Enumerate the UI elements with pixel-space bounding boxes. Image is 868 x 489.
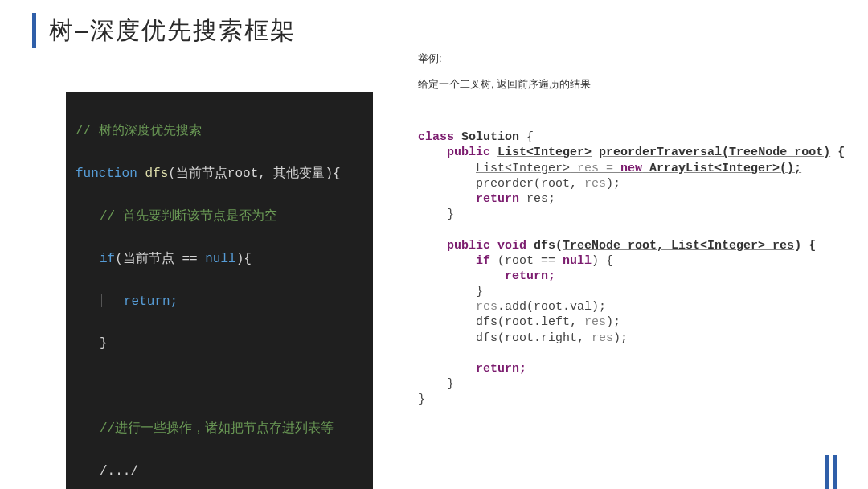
var-type: List<Integer> bbox=[476, 162, 570, 175]
method-name: dfs( bbox=[534, 239, 563, 253]
brace: ){ bbox=[236, 252, 252, 266]
keyword-if: if bbox=[476, 254, 490, 268]
code-comment: //进行一些操作，诸如把节点存进列表等 bbox=[100, 421, 334, 436]
brace-close: } bbox=[476, 285, 483, 298]
keyword-return: return; bbox=[505, 269, 555, 283]
code-placeholder: /.../ bbox=[100, 464, 138, 479]
brace-close: } bbox=[100, 336, 108, 351]
brace-close: } bbox=[447, 208, 454, 221]
if-condition: (当前节点 == bbox=[115, 252, 205, 266]
var-ref: res bbox=[476, 300, 497, 314]
code-call: dfs(root.left, bbox=[476, 315, 584, 329]
keyword-null: null bbox=[563, 254, 592, 268]
brace: { bbox=[519, 130, 534, 144]
paren: ); bbox=[606, 177, 620, 191]
example-label: 举例: bbox=[418, 51, 852, 66]
return-val: res; bbox=[519, 192, 555, 206]
brace: ) { bbox=[794, 239, 816, 253]
pseudocode-panel: // 树的深度优先搜索 function dfs(当前节点root, 其他变量)… bbox=[66, 92, 373, 489]
code-comment: // 首先要判断该节点是否为空 bbox=[100, 209, 277, 224]
keyword-return: return; bbox=[124, 294, 178, 309]
class-name: Solution bbox=[461, 130, 519, 144]
paren: ); bbox=[613, 331, 628, 345]
method-name: preorderTraversal(TreeNode root) bbox=[599, 146, 830, 159]
paren: ); bbox=[606, 315, 620, 329]
brace: { bbox=[830, 146, 845, 159]
keyword-class: class bbox=[418, 130, 454, 144]
brace-close: } bbox=[418, 392, 425, 406]
params: TreeNode root, List<Integer> res bbox=[563, 239, 794, 253]
keyword-null: null bbox=[205, 252, 235, 266]
accent-bar bbox=[825, 455, 829, 489]
indent-guide bbox=[101, 294, 108, 307]
brace-close: } bbox=[447, 377, 454, 391]
example-panel: 举例: 给定一个二叉树, 返回前序遍历的结果 class Solution { … bbox=[418, 51, 852, 423]
code-call: preorder(root, bbox=[476, 177, 584, 191]
title-accent-bar bbox=[32, 13, 36, 48]
keyword-function: function bbox=[76, 166, 137, 181]
code-comment: // 树的深度优先搜索 bbox=[76, 124, 202, 138]
function-params: (当前节点root, 其他变量){ bbox=[168, 166, 340, 181]
brace: ) { bbox=[592, 254, 613, 268]
keyword-return: return; bbox=[476, 362, 526, 376]
keyword-return: return bbox=[476, 192, 519, 206]
return-type: List<Integer> bbox=[497, 146, 592, 159]
keyword-new: new bbox=[620, 162, 642, 175]
method-call: .add(root.val); bbox=[497, 300, 606, 314]
var-ref: res bbox=[584, 315, 606, 329]
slide-title-bar: 树–深度优先搜索框架 bbox=[32, 13, 296, 48]
function-name: dfs bbox=[145, 166, 168, 181]
slide-corner-accent bbox=[825, 455, 837, 489]
if-cond: (root == bbox=[490, 254, 563, 268]
ctor: ArrayList<Integer>(); bbox=[642, 162, 801, 175]
keyword-public-void: public void bbox=[447, 239, 526, 253]
var-ref: res bbox=[584, 177, 606, 191]
var-assign: res = bbox=[570, 162, 620, 175]
java-code-block: class Solution { public List<Integer> pr… bbox=[418, 114, 852, 423]
code-call: dfs(root.right, bbox=[476, 331, 592, 345]
accent-bar bbox=[833, 455, 837, 489]
slide-title: 树–深度优先搜索框架 bbox=[49, 14, 296, 47]
keyword-if: if bbox=[100, 252, 115, 266]
var-ref: res bbox=[592, 331, 613, 345]
keyword-public: public bbox=[447, 146, 490, 159]
example-description: 给定一个二叉树, 返回前序遍历的结果 bbox=[418, 77, 852, 92]
